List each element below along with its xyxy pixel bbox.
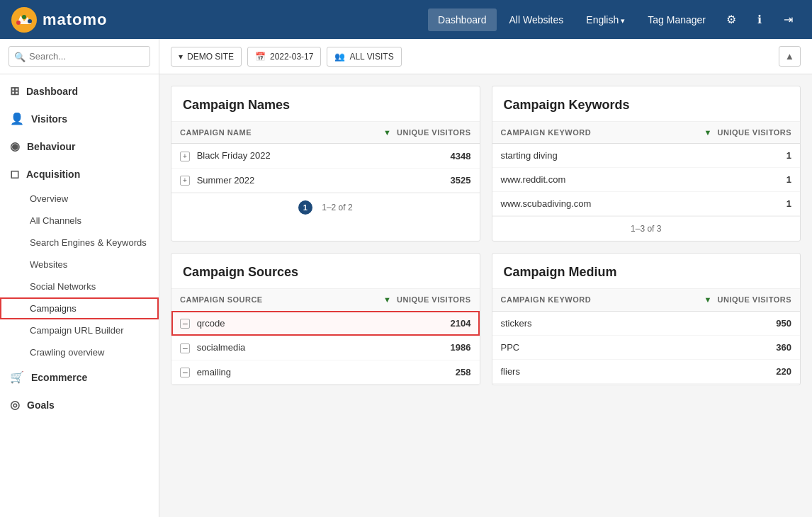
visitors-cell: 220: [648, 359, 800, 383]
campaign-sources-title: Campaign Sources: [171, 254, 480, 289]
page-number[interactable]: 1: [298, 200, 312, 215]
sidebar-item-acquisition[interactable]: ◻ Acquisition: [0, 160, 159, 188]
sidebar-sub-websites[interactable]: Websites: [0, 254, 159, 275]
logo: matomo: [11, 7, 108, 33]
visitors-cell: 4348: [327, 144, 479, 169]
table-row: PPC 360: [492, 335, 801, 359]
sidebar-sub-campaign-url-builder[interactable]: Campaign URL Builder: [0, 319, 159, 341]
collapse-button[interactable]: ▲: [779, 46, 801, 67]
behaviour-icon: ◉: [10, 140, 20, 153]
campaign-medium-card: Campaign Medium CAMPAIGN KEYWORD ▼ UNIQU…: [492, 253, 801, 385]
nav-english[interactable]: English: [576, 8, 635, 31]
collapse-icon-1[interactable]: −: [180, 319, 190, 329]
toolbar: ▾ DEMO SITE 📅 2022-03-17 👥 ALL VISITS ▲: [159, 39, 812, 74]
collapse-icon-3[interactable]: −: [180, 368, 190, 377]
unique-visitors-header-medium[interactable]: ▼ UNIQUE VISITORS: [648, 289, 800, 311]
expand-icon-1[interactable]: +: [180, 152, 190, 161]
visitors-cell: 258: [322, 360, 479, 385]
all-visits-button[interactable]: 👥 ALL VISITS: [327, 47, 401, 67]
sidebar-item-ecommerce[interactable]: 🛒 Ecommerce: [0, 363, 159, 391]
sidebar-item-behaviour[interactable]: ◉ Behaviour: [0, 132, 159, 160]
visitors-cell: 2104: [322, 311, 479, 336]
campaign-medium-keyword-header[interactable]: CAMPAIGN KEYWORD: [492, 289, 648, 311]
svg-point-2: [22, 15, 26, 19]
source-cell: − socialmedia: [171, 336, 322, 360]
sidebar-sub-all-channels[interactable]: All Channels: [0, 210, 159, 232]
campaign-keywords-card: Campaign Keywords CAMPAIGN KEYWORD ▼ UNI…: [492, 86, 801, 242]
sidebar-item-label-visitors: Visitors: [31, 113, 67, 125]
campaign-names-title: Campaign Names: [171, 86, 480, 122]
date-button[interactable]: 📅 2022-03-17: [247, 47, 321, 67]
campaign-name-header[interactable]: CAMPAIGN NAME: [171, 122, 327, 144]
logo-icon: [11, 7, 37, 33]
sidebar-sub-social-networks[interactable]: Social Networks: [0, 275, 159, 297]
svg-point-0: [11, 7, 37, 33]
dashboard-icon: ⊞: [10, 84, 19, 98]
sidebar-sub-campaigns[interactable]: Campaigns: [0, 297, 159, 319]
all-visits-label: ALL VISITS: [349, 52, 393, 62]
sidebar-item-goals[interactable]: ◎ Goals: [0, 391, 159, 419]
unique-visitors-header-keywords[interactable]: ▼ UNIQUE VISITORS: [648, 122, 800, 144]
sidebar-sub-crawling-overview[interactable]: Crawling overview: [0, 341, 159, 363]
unique-visitors-header-sources[interactable]: ▼ UNIQUE VISITORS: [322, 289, 479, 311]
sidebar-item-visitors[interactable]: 👤 Visitors: [0, 105, 159, 132]
table-row: www.scubadiving.com 1: [492, 192, 801, 216]
table-row: − emailing 258: [171, 360, 480, 385]
demo-site-button[interactable]: ▾ DEMO SITE: [171, 47, 242, 67]
table-row: + Black Friday 2022 4348: [171, 144, 480, 169]
sidebar-item-label-ecommerce: Ecommerce: [31, 372, 87, 383]
visitors-cell: 1: [648, 168, 800, 192]
medium-keyword-cell: stickers: [492, 311, 648, 335]
nav-all-websites[interactable]: All Websites: [500, 8, 574, 31]
table-row: − socialmedia 1986: [171, 336, 480, 360]
campaign-keyword-header[interactable]: CAMPAIGN KEYWORD: [492, 122, 648, 144]
source-cell: − qrcode: [171, 311, 322, 336]
sort-arrow-keywords: ▼: [704, 128, 712, 137]
campaign-keywords-title: Campaign Keywords: [492, 86, 801, 122]
nav-dashboard[interactable]: Dashboard: [428, 8, 497, 31]
main-layout: 🔍 ⊞ Dashboard 👤 Visitors ◉ Behaviour: [0, 39, 812, 517]
expand-icon-2[interactable]: +: [180, 176, 190, 186]
visitors-cell: 1: [648, 144, 800, 168]
date-label: 2022-03-17: [270, 52, 313, 62]
svg-point-1: [16, 21, 21, 25]
acquisition-icon: ◻: [10, 167, 19, 181]
sidebar-item-dashboard[interactable]: ⊞ Dashboard: [0, 77, 159, 105]
sidebar-search-container: 🔍: [0, 39, 159, 74]
keyword-cell: www.reddit.com: [492, 168, 648, 192]
campaign-source-header[interactable]: CAMPAIGN SOURCE: [171, 289, 322, 311]
sidebar-item-label-dashboard: Dashboard: [26, 86, 78, 97]
table-row: + Summer 2022 3525: [171, 168, 480, 193]
info-icon[interactable]: ℹ: [747, 7, 772, 33]
sidebar-sub-search-engines[interactable]: Search Engines & Keywords: [0, 232, 159, 254]
campaign-medium-table: CAMPAIGN KEYWORD ▼ UNIQUE VISITORS stick…: [492, 289, 801, 383]
settings-icon[interactable]: ⚙: [718, 7, 744, 33]
sidebar-nav: ⊞ Dashboard 👤 Visitors ◉ Behaviour ◻ Acq…: [0, 74, 159, 421]
sidebar-item-label-goals: Goals: [27, 399, 55, 411]
collapse-icon-2[interactable]: −: [180, 343, 190, 353]
keyword-cell: starting diving: [492, 144, 648, 168]
unique-visitors-header-names[interactable]: ▼ UNIQUE VISITORS: [327, 122, 479, 144]
sidebar-sub-overview[interactable]: Overview: [0, 188, 159, 210]
nav-tag-manager[interactable]: Tag Manager: [638, 8, 716, 31]
search-icon: 🔍: [14, 51, 26, 62]
ecommerce-icon: 🛒: [10, 370, 24, 384]
campaign-names-table: CAMPAIGN NAME ▼ UNIQUE VISITORS + Black …: [171, 122, 480, 193]
sidebar: 🔍 ⊞ Dashboard 👤 Visitors ◉ Behaviour: [0, 39, 159, 517]
campaign-keywords-footer: 1–3 of 3: [492, 216, 801, 241]
table-row: fliers 220: [492, 359, 801, 383]
search-input[interactable]: [9, 46, 150, 67]
keyword-cell: www.scubadiving.com: [492, 192, 648, 216]
table-row: www.reddit.com 1: [492, 168, 801, 192]
logout-icon[interactable]: ⇥: [775, 7, 801, 33]
demo-site-label: DEMO SITE: [187, 52, 234, 62]
campaign-medium-title: Campaign Medium: [492, 254, 801, 289]
svg-point-3: [28, 19, 32, 23]
table-row: stickers 950: [492, 311, 801, 335]
goals-icon: ◎: [10, 398, 20, 411]
visitors-cell: 950: [648, 311, 800, 335]
medium-keyword-cell: fliers: [492, 359, 648, 383]
sort-arrow-sources: ▼: [383, 295, 391, 304]
logo-text: matomo: [43, 11, 108, 29]
top-nav-links: Dashboard All Websites English Tag Manag…: [428, 7, 801, 33]
